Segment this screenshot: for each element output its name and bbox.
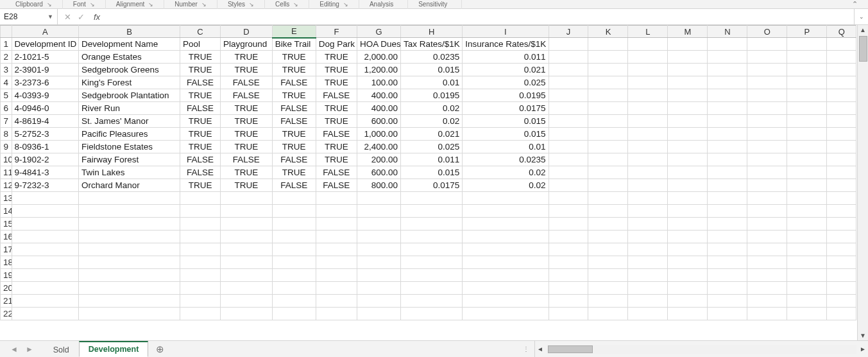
cell[interactable] [628, 308, 668, 320]
cell[interactable] [827, 51, 856, 64]
cell[interactable] [588, 38, 628, 51]
cell[interactable] [549, 256, 588, 269]
cell[interactable] [747, 153, 787, 166]
cell[interactable] [401, 192, 463, 205]
cell[interactable]: TRUE [272, 89, 316, 102]
formula-input[interactable] [106, 9, 854, 24]
row-header[interactable]: 6 [1, 102, 12, 115]
cell[interactable]: Fieldstone Estates [78, 141, 180, 153]
cell[interactable] [827, 166, 856, 179]
cell[interactable] [787, 218, 827, 231]
tab-nav-next-icon[interactable]: ► [26, 345, 33, 354]
cell[interactable] [588, 76, 628, 89]
cell[interactable] [628, 102, 668, 115]
cell[interactable] [316, 282, 357, 295]
cell[interactable] [588, 89, 628, 102]
cell[interactable]: 600.00 [357, 115, 400, 128]
cell[interactable] [549, 89, 588, 102]
cell[interactable] [357, 256, 400, 269]
cell[interactable] [463, 295, 549, 308]
cell[interactable] [628, 51, 668, 64]
cell[interactable] [787, 153, 827, 166]
cell[interactable] [708, 256, 747, 269]
cell[interactable] [668, 269, 708, 282]
cell[interactable] [668, 256, 708, 269]
cell[interactable]: 2,000.00 [357, 51, 400, 64]
cell[interactable]: Orchard Manor [78, 179, 180, 192]
cell[interactable]: 1,200.00 [357, 64, 400, 76]
cell[interactable] [12, 269, 78, 282]
cell[interactable] [708, 166, 747, 179]
cell[interactable] [628, 128, 668, 141]
row-header[interactable]: 10 [1, 153, 12, 166]
cell[interactable] [78, 295, 180, 308]
cell[interactable]: TRUE [316, 153, 357, 166]
cell[interactable]: 0.015 [463, 128, 549, 141]
row-header[interactable]: 5 [1, 89, 12, 102]
cell[interactable]: TRUE [180, 141, 221, 153]
cell[interactable]: 0.02 [401, 102, 463, 115]
cell[interactable] [668, 64, 708, 76]
cell[interactable] [549, 308, 588, 320]
tab-split-handle[interactable]: ⋮ [518, 345, 534, 353]
cell[interactable] [588, 64, 628, 76]
cell[interactable] [628, 231, 668, 243]
cell[interactable]: TRUE [272, 141, 316, 153]
cell[interactable]: TRUE [180, 64, 221, 76]
cell[interactable]: TRUE [272, 166, 316, 179]
cell[interactable] [588, 295, 628, 308]
cell[interactable] [221, 308, 273, 320]
vertical-scrollbar[interactable]: ▲ ▼ [857, 25, 868, 340]
cell[interactable]: TRUE [180, 51, 221, 64]
cell[interactable] [787, 102, 827, 115]
cell[interactable] [12, 218, 78, 231]
cell[interactable] [747, 179, 787, 192]
cell[interactable] [272, 192, 316, 205]
cell[interactable] [357, 243, 400, 256]
cell[interactable]: TRUE [221, 166, 273, 179]
cell[interactable] [180, 295, 221, 308]
cell[interactable]: TRUE [221, 141, 273, 153]
cell[interactable] [588, 115, 628, 128]
sheet-tab-development[interactable]: Development [79, 341, 149, 357]
cell[interactable]: 5-2752-3 [12, 128, 78, 141]
cell[interactable] [588, 192, 628, 205]
column-header[interactable]: A [12, 26, 78, 38]
cell[interactable] [827, 153, 856, 166]
cell[interactable] [708, 89, 747, 102]
cell[interactable]: Orange Estates [78, 51, 180, 64]
cell[interactable] [401, 295, 463, 308]
cell[interactable] [747, 64, 787, 76]
cell[interactable] [549, 179, 588, 192]
cell[interactable]: TRUE [180, 128, 221, 141]
cell[interactable] [668, 102, 708, 115]
cell[interactable] [221, 243, 273, 256]
cell[interactable] [787, 256, 827, 269]
cell[interactable] [588, 269, 628, 282]
cell[interactable] [787, 308, 827, 320]
cell[interactable] [827, 102, 856, 115]
cell[interactable]: 400.00 [357, 102, 400, 115]
row-header[interactable]: 11 [1, 166, 12, 179]
cell[interactable] [668, 179, 708, 192]
cell[interactable] [628, 243, 668, 256]
cell[interactable]: FALSE [272, 153, 316, 166]
cell[interactable] [221, 205, 273, 218]
row-header[interactable]: 19 [1, 269, 12, 282]
cell[interactable] [708, 64, 747, 76]
cell[interactable]: 0.011 [463, 51, 549, 64]
cell[interactable]: 100.00 [357, 76, 400, 89]
cell[interactable] [221, 218, 273, 231]
cell[interactable] [549, 38, 588, 51]
cell[interactable] [787, 51, 827, 64]
cell[interactable] [463, 231, 549, 243]
cell[interactable] [668, 38, 708, 51]
cell[interactable]: 0.02 [463, 166, 549, 179]
cell[interactable]: TRUE [180, 179, 221, 192]
cell[interactable] [180, 231, 221, 243]
column-header[interactable]: D [221, 26, 273, 38]
row-header[interactable]: 13 [1, 192, 12, 205]
cell[interactable] [549, 243, 588, 256]
cell[interactable] [316, 192, 357, 205]
cell[interactable]: 1,000.00 [357, 128, 400, 141]
